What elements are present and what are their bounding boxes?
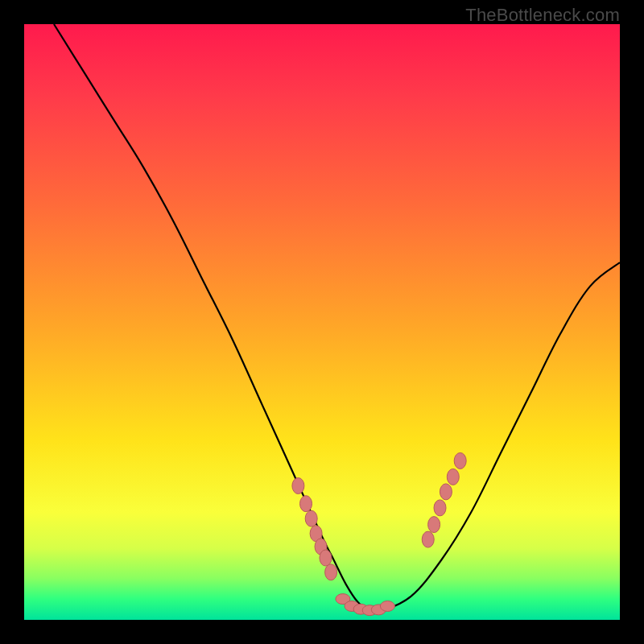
- data-dot: [422, 531, 434, 547]
- watermark-text: TheBottleneck.com: [465, 5, 620, 26]
- dot-cluster-bottom: [336, 594, 395, 616]
- data-dot: [380, 601, 394, 611]
- data-dot: [320, 550, 332, 566]
- data-dot: [447, 469, 459, 485]
- plot-area: [24, 24, 620, 620]
- data-dot: [292, 478, 304, 494]
- data-dot: [300, 496, 312, 512]
- dot-cluster-left: [292, 478, 337, 580]
- bottleneck-curve: [54, 24, 620, 613]
- data-dot: [454, 452, 466, 469]
- data-dot: [434, 500, 446, 516]
- chart-stage: TheBottleneck.com: [0, 0, 644, 644]
- data-dot: [305, 510, 317, 526]
- data-dot: [325, 564, 337, 580]
- data-dot: [428, 517, 440, 533]
- data-dot: [440, 484, 452, 500]
- chart-svg: [24, 24, 620, 620]
